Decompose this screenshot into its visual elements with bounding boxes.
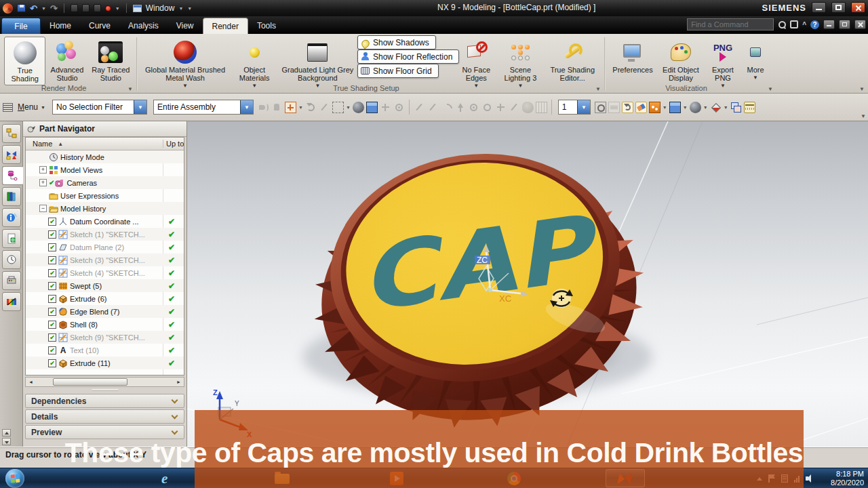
web-browser-tab[interactable] — [2, 208, 21, 227]
redo-icon[interactable]: ↷ — [50, 4, 58, 13]
group-caret-icon[interactable]: ▼ — [768, 86, 773, 92]
roles-tab[interactable] — [2, 292, 21, 311]
true-shading-editor-button[interactable]: True Shading Editor... — [544, 37, 601, 84]
minimize-button[interactable] — [812, 2, 826, 13]
caret-down-icon[interactable]: ▼ — [663, 105, 667, 110]
zoom-icon[interactable] — [595, 102, 606, 113]
group-caret-icon[interactable]: ▼ — [127, 86, 133, 92]
checkbox[interactable]: ✔ — [48, 218, 56, 226]
constraint-navigator-tab[interactable] — [2, 145, 21, 164]
point-icon[interactable] — [495, 102, 507, 113]
shaded-view-icon[interactable] — [353, 102, 364, 113]
spline-icon[interactable] — [441, 102, 452, 113]
rendering-style-icon[interactable] — [669, 102, 681, 113]
edit-object-display-icon[interactable] — [710, 102, 722, 113]
window-layout-icon[interactable] — [649, 102, 660, 113]
edit-object-display-button[interactable]: Edit Object Display — [656, 37, 705, 84]
tree-column-header[interactable]: Name▲ Up to Date — [26, 138, 184, 150]
edit-section-icon[interactable] — [635, 102, 647, 113]
checkbox[interactable]: ✔ — [48, 230, 56, 239]
more-button[interactable]: More▼ — [741, 37, 770, 84]
tab-view[interactable]: View — [167, 18, 203, 34]
paste-icon[interactable] — [94, 4, 101, 12]
grid-icon[interactable] — [536, 102, 547, 113]
scroll-up-icon[interactable] — [2, 429, 11, 436]
tree-row-model-history[interactable]: − Model History — [26, 202, 184, 215]
line3-icon[interactable] — [509, 102, 520, 113]
scroll-left-icon[interactable]: ◄ — [26, 378, 35, 386]
selection-filter-combo[interactable]: No Selection Filter▼ — [52, 100, 147, 115]
checkbox[interactable]: ✔ — [48, 321, 56, 329]
details-section[interactable]: Details — [25, 409, 184, 424]
selection-scope-combo[interactable]: Entire Assembly▼ — [153, 100, 254, 115]
qat-customize-icon[interactable]: ▼ — [187, 6, 192, 11]
show-hide-icon[interactable] — [730, 102, 742, 113]
rotate-view-icon[interactable] — [622, 102, 633, 113]
group-caret-icon[interactable]: ▼ — [595, 86, 601, 92]
tab-home[interactable]: Home — [41, 18, 80, 34]
scroll-right-icon[interactable]: ► — [174, 378, 183, 386]
line2-icon[interactable] — [427, 102, 439, 113]
arrow-icon[interactable] — [454, 102, 466, 113]
undo-icon[interactable]: ↶ — [30, 4, 37, 13]
tree-row-sketch-9[interactable]: ✔ Sketch (9) "SKETCH... ✔ — [26, 331, 184, 344]
tree-row-sketch-3[interactable]: ✔ Sketch (3) "SKETCH... ✔ — [26, 253, 184, 266]
record-caret-icon[interactable]: ▼ — [115, 6, 120, 11]
cut-icon[interactable] — [71, 4, 78, 12]
copy-icon[interactable] — [82, 4, 90, 12]
search-icon[interactable] — [778, 20, 786, 28]
graphics-window[interactable]: CAP ZC XC — [187, 121, 868, 447]
record-movie-icon[interactable] — [105, 5, 111, 12]
save-icon[interactable] — [17, 4, 26, 12]
checkbox[interactable]: ✔ — [48, 282, 56, 290]
scrollbar-thumb[interactable] — [53, 378, 127, 386]
caret-down-icon[interactable]: ▼ — [703, 105, 708, 110]
lasso-icon[interactable] — [332, 102, 344, 113]
line-icon[interactable] — [414, 102, 425, 113]
tab-render[interactable]: Render — [203, 18, 248, 34]
taskbar-clock[interactable]: 8:18 PM 8/20/2020 — [831, 470, 864, 487]
part-navigator-tab[interactable] — [2, 166, 23, 185]
history-palette-tab[interactable] — [2, 229, 21, 248]
checkbox[interactable]: ✔ — [48, 243, 56, 251]
caret-down-icon[interactable]: ▼ — [724, 105, 728, 110]
tree-row-extrude-6[interactable]: ✔ Extrude (6) ✔ — [26, 292, 184, 305]
rotate-point-icon[interactable] — [393, 102, 405, 113]
move-component-icon[interactable] — [380, 102, 391, 113]
orient-cube-icon[interactable] — [366, 102, 378, 113]
find-command-input[interactable] — [687, 18, 774, 30]
window-caret-icon[interactable]: ▼ — [178, 6, 183, 11]
checkbox[interactable]: ✔ — [48, 269, 56, 277]
menu-button[interactable]: Menu▼ — [15, 101, 48, 113]
checkbox[interactable]: ✔ — [48, 346, 56, 354]
undo-caret-icon[interactable]: ▼ — [41, 6, 46, 11]
measure-icon[interactable] — [744, 102, 755, 113]
derived-line-icon[interactable] — [319, 102, 330, 113]
command-finder-icon[interactable] — [790, 20, 798, 28]
window-menu[interactable]: Window — [146, 3, 175, 13]
checkbox[interactable]: ✔ — [48, 256, 56, 264]
tree-row-sketch-1[interactable]: ✔ Sketch (1) "SKETCH... ✔ — [26, 228, 184, 241]
doc-close-button[interactable] — [854, 20, 866, 29]
toolbar-options-caret-icon[interactable]: ▼ — [861, 113, 866, 119]
note-icon[interactable] — [608, 102, 620, 113]
ribbon-options-caret-icon[interactable]: ▼ — [859, 86, 865, 92]
combo-caret-icon[interactable]: ▼ — [240, 100, 253, 114]
show-shadows-toggle[interactable]: Show Shadows — [357, 35, 436, 49]
dependencies-section[interactable]: Dependencies — [25, 394, 184, 408]
orient-view-icon[interactable] — [305, 102, 317, 113]
tab-tools[interactable]: Tools — [248, 18, 285, 34]
caret-down-icon[interactable]: ▼ — [683, 105, 688, 110]
collapse-icon[interactable]: − — [39, 205, 47, 212]
doc-restore-button[interactable] — [839, 20, 850, 29]
panel-splitter[interactable] — [23, 387, 186, 393]
tree-row-shell[interactable]: ✔ Shell (8) ✔ — [26, 318, 184, 331]
show-shortcuts-icon[interactable] — [258, 102, 269, 113]
internet-explorer-icon[interactable]: e — [161, 470, 167, 487]
tab-analysis[interactable]: Analysis — [119, 18, 167, 34]
snap-point-icon[interactable] — [285, 102, 296, 113]
background-icon[interactable] — [690, 102, 701, 113]
checkbox[interactable]: ✔ — [48, 308, 56, 316]
tree-row-swept[interactable]: ✔ Swept (5) ✔ — [26, 279, 184, 292]
face-icon[interactable] — [522, 102, 534, 113]
